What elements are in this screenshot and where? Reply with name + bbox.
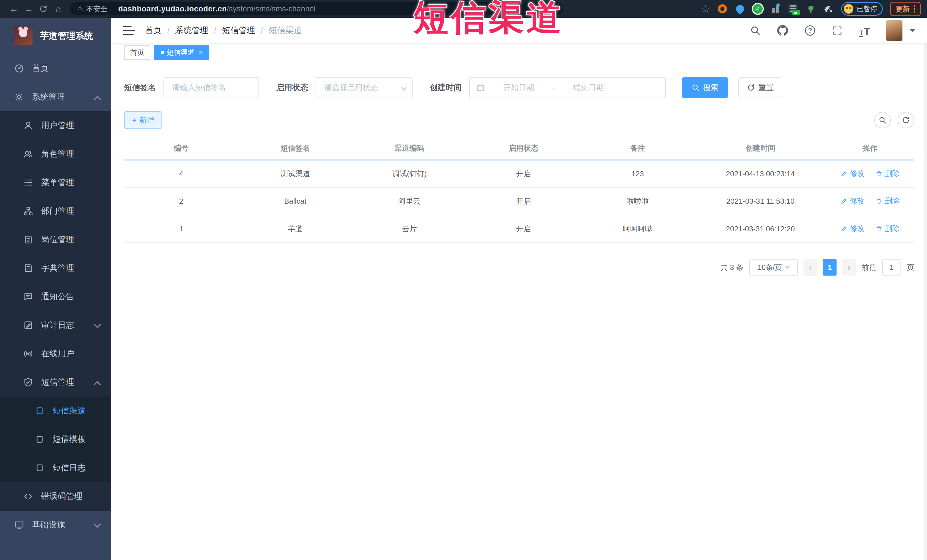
search-button-label: 搜索 bbox=[703, 82, 719, 93]
extension-icon-vpn[interactable]: on bbox=[788, 4, 798, 14]
calendar-icon bbox=[476, 83, 485, 92]
date-end-input[interactable] bbox=[557, 83, 620, 92]
breadcrumb-current: 短信渠道 bbox=[269, 25, 302, 36]
breadcrumb-system[interactable]: 系统管理 bbox=[175, 25, 208, 36]
sidebar-item-posts[interactable]: 岗位管理 bbox=[0, 225, 111, 254]
edit-link[interactable]: 修改 bbox=[840, 168, 865, 179]
sidebar-item-sms[interactable]: 短信管理 bbox=[0, 368, 111, 396]
address-bar[interactable]: ⚠ 不安全 dashboard.yudao.iocoder.cn /system… bbox=[70, 2, 563, 15]
goto-page-input[interactable] bbox=[882, 259, 901, 276]
col-header-id: 编号 bbox=[124, 138, 238, 160]
sidebar-item-roles[interactable]: 角色管理 bbox=[0, 140, 111, 168]
chrome-update-button[interactable]: 更新 bbox=[890, 2, 921, 16]
extension-icon-plant[interactable] bbox=[806, 4, 816, 14]
chevron-up-icon bbox=[94, 381, 101, 388]
announcement-icon bbox=[23, 291, 33, 302]
pencil-icon bbox=[840, 170, 847, 177]
cell-created: 2021-04-13 00:23:14 bbox=[695, 160, 826, 187]
tab-home[interactable]: 首页 bbox=[124, 45, 150, 60]
delete-link[interactable]: 删除 bbox=[875, 168, 900, 179]
search-form: 短信签名 启用状态 创建时间 - 搜索 重置 bbox=[124, 77, 914, 98]
sidebar-item-menus[interactable]: 菜单管理 bbox=[0, 168, 111, 197]
browser-home-button[interactable]: ⌂ bbox=[51, 2, 65, 15]
chevron-down-icon bbox=[785, 264, 790, 269]
sidebar-item-label: 短信日志 bbox=[53, 462, 86, 473]
page-size-select[interactable]: 10条/页 bbox=[749, 259, 798, 276]
sms-channel-table: 编号 短信签名 渠道编码 启用状态 备注 创建时间 操作 4 测试渠道 调试(钉… bbox=[124, 138, 914, 243]
page-scrollbar[interactable] bbox=[924, 18, 927, 560]
tab-sms-channel[interactable]: 短信渠道 × bbox=[154, 45, 209, 60]
delete-link[interactable]: 删除 bbox=[875, 196, 900, 206]
prev-page-button[interactable]: ‹ bbox=[804, 259, 817, 276]
browser-forward-button[interactable]: → bbox=[21, 2, 36, 15]
close-icon[interactable]: × bbox=[199, 49, 203, 56]
sidebar-toggle-button[interactable] bbox=[123, 26, 135, 35]
date-start-input[interactable] bbox=[487, 83, 550, 92]
cell-id: 2 bbox=[124, 187, 238, 215]
next-page-button[interactable]: › bbox=[842, 259, 856, 276]
table-row: 4 测试渠道 调试(钉钉) 开启 123 2021-04-13 00:23:14… bbox=[124, 160, 914, 187]
header-search-icon[interactable] bbox=[749, 24, 761, 37]
page-size-value: 10条/页 bbox=[758, 263, 782, 272]
chrome-menu-icon[interactable] bbox=[914, 5, 915, 12]
sidebar-item-label: 基础设施 bbox=[32, 519, 65, 531]
add-button[interactable]: + 新增 bbox=[124, 111, 162, 129]
avatar[interactable] bbox=[886, 20, 903, 41]
sidebar-item-infra[interactable]: 基础设施 bbox=[0, 511, 111, 539]
edit-link[interactable]: 修改 bbox=[840, 196, 865, 206]
sidebar-item-online-users[interactable]: 在线用户 bbox=[0, 340, 111, 368]
date-range-picker[interactable]: - bbox=[469, 77, 666, 98]
security-label[interactable]: 不安全 bbox=[86, 4, 108, 14]
extensions-puzzle-icon[interactable] bbox=[824, 4, 834, 14]
extension-icon-location[interactable] bbox=[735, 4, 745, 14]
extension-icon-orange[interactable] bbox=[717, 4, 728, 14]
sidebar-item-home[interactable]: 首页 bbox=[0, 54, 111, 83]
cell-id: 4 bbox=[124, 160, 238, 187]
cell-sign: 测试渠道 bbox=[238, 160, 353, 187]
sidebar-item-sms-channel[interactable]: 短信渠道 bbox=[0, 396, 111, 425]
sidebar-item-system[interactable]: 系统管理 bbox=[0, 83, 111, 111]
breadcrumb-home[interactable]: 首页 bbox=[145, 25, 161, 36]
users-icon bbox=[23, 149, 33, 159]
help-icon[interactable]: ? bbox=[804, 24, 816, 37]
sign-input[interactable] bbox=[164, 77, 259, 98]
browser-back-button[interactable]: ← bbox=[6, 2, 21, 15]
sidebar-item-depts[interactable]: 部门管理 bbox=[0, 197, 111, 225]
extension-icon-green-check[interactable]: ✓ bbox=[753, 4, 763, 14]
divider bbox=[113, 5, 113, 12]
edit-link[interactable]: 修改 bbox=[840, 224, 865, 234]
bookmark-star-icon[interactable]: ☆ bbox=[701, 3, 710, 15]
browser-toolbar: ← → ⌂ ⚠ 不安全 dashboard.yudao.iocoder.cn /… bbox=[0, 0, 927, 18]
sidebar-item-sms-template[interactable]: 短信模板 bbox=[0, 425, 111, 454]
page-number-1[interactable]: 1 bbox=[823, 259, 837, 276]
github-icon[interactable] bbox=[777, 24, 789, 37]
status-select[interactable] bbox=[316, 77, 413, 98]
sidebar-item-error-code[interactable]: 错误码管理 bbox=[0, 482, 111, 511]
sidebar-item-sms-log[interactable]: 短信日志 bbox=[0, 454, 111, 482]
fullscreen-icon[interactable] bbox=[831, 24, 844, 37]
sidebar-item-notice[interactable]: 通知公告 bbox=[0, 282, 111, 311]
browser-reload-button[interactable] bbox=[36, 2, 51, 15]
sidebar: 芋道管理系统 首页 系统管理 用户管理 角色管理 菜单管理 部门管理 岗位管理 … bbox=[0, 18, 111, 560]
font-size-icon[interactable]: TT bbox=[859, 24, 871, 37]
delete-link[interactable]: 删除 bbox=[875, 224, 900, 234]
tampermonkey-paused-badge[interactable]: 已暂停 bbox=[841, 2, 883, 16]
refresh-table-button[interactable] bbox=[898, 112, 914, 128]
chevron-down-icon bbox=[94, 321, 101, 328]
toggle-search-button[interactable] bbox=[874, 112, 891, 128]
sidebar-logo[interactable]: 芋道管理系统 bbox=[0, 18, 111, 54]
cell-status: 开启 bbox=[467, 215, 581, 243]
search-icon bbox=[878, 116, 886, 124]
reset-button[interactable]: 重置 bbox=[739, 77, 782, 98]
drop-icon bbox=[734, 3, 746, 15]
status-select-input[interactable] bbox=[316, 77, 413, 98]
avatar-caret-down-icon[interactable] bbox=[910, 29, 915, 32]
extension-icon-bars[interactable] bbox=[770, 4, 781, 14]
forward-icon: → bbox=[24, 4, 33, 14]
sidebar-item-label: 字典管理 bbox=[41, 263, 74, 274]
sidebar-item-dict[interactable]: 字典管理 bbox=[0, 254, 111, 282]
sidebar-item-users[interactable]: 用户管理 bbox=[0, 111, 111, 140]
breadcrumb-sms[interactable]: 短信管理 bbox=[222, 25, 255, 36]
search-button[interactable]: 搜索 bbox=[682, 77, 728, 98]
sidebar-item-audit-log[interactable]: 审计日志 bbox=[0, 311, 111, 340]
